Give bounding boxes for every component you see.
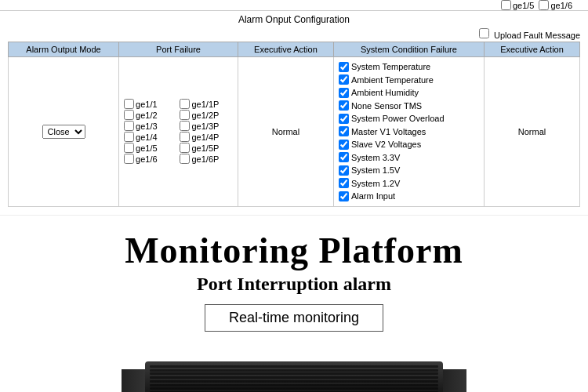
header-exec-action1: Executive Action bbox=[238, 42, 333, 57]
sys-cond-list: System Temperature Ambient Temperature A… bbox=[339, 60, 479, 203]
cond-power-overload[interactable]: System Power Overload bbox=[339, 112, 479, 125]
cond-slave-v2[interactable]: Slave V2 Voltages bbox=[339, 138, 479, 151]
ge15-top-label[interactable]: ge1/5 bbox=[501, 0, 535, 10]
cond-amb-humidity[interactable]: Ambient Humidity bbox=[339, 86, 479, 100]
cond-sys-12v[interactable]: System 1.2V bbox=[339, 177, 479, 191]
output-mode-select[interactable]: Close Open bbox=[42, 125, 85, 139]
ge16-top-label[interactable]: ge1/6 bbox=[539, 0, 572, 10]
exec-action2-cell: Normal bbox=[485, 57, 580, 207]
cond-sys-15v[interactable]: System 1.5V bbox=[339, 164, 479, 177]
ge15-top-text: ge1/5 bbox=[513, 1, 535, 10]
port-ge15p[interactable]: ge1/5P bbox=[180, 143, 232, 153]
port-ge13[interactable]: ge1/3 bbox=[124, 121, 176, 131]
monitoring-section: Monitoring Platform Port Interruption al… bbox=[0, 215, 588, 340]
device-left-side bbox=[122, 369, 145, 392]
ge16-top-checkbox[interactable] bbox=[539, 0, 549, 10]
port-ge11p[interactable]: ge1/1P bbox=[180, 99, 232, 109]
vent-3 bbox=[150, 372, 438, 375]
port-ge14[interactable]: ge1/4 bbox=[124, 132, 176, 142]
port-grid: ge1/1 ge1/1P ge1/2 ge1/2P ge1/3 ge1/3P g… bbox=[124, 99, 233, 164]
port-ge16[interactable]: ge1/6 bbox=[124, 154, 176, 164]
upload-fault-row: Upload Fault Message bbox=[8, 28, 580, 40]
system-condition-cell: System Temperature Ambient Temperature A… bbox=[333, 57, 484, 207]
port-ge13p[interactable]: ge1/3P bbox=[180, 121, 232, 131]
alarm-config-section: Alarm Onput Configuration Upload Fault M… bbox=[0, 11, 588, 212]
header-port-failure: Port Failure bbox=[119, 42, 238, 57]
port-ge15[interactable]: ge1/5 bbox=[124, 143, 176, 153]
vent-6 bbox=[150, 384, 438, 387]
cond-none-sensor[interactable]: None Sensor TMS bbox=[339, 100, 479, 113]
cond-master-v1[interactable]: Master V1 Voltages bbox=[339, 125, 479, 139]
device-vents bbox=[145, 361, 443, 392]
alarm-table: Alarm Output Mode Port Failure Executive… bbox=[8, 42, 580, 207]
header-sys-condition: System Condition Failure bbox=[333, 42, 484, 57]
port-failure-cell: ge1/1 ge1/1P ge1/2 ge1/2P ge1/3 ge1/3P g… bbox=[119, 57, 238, 207]
device-body bbox=[145, 361, 443, 392]
monitoring-title: Monitoring Platform bbox=[8, 231, 580, 271]
cond-sys-33v[interactable]: System 3.3V bbox=[339, 151, 479, 165]
device-right-side bbox=[443, 369, 466, 392]
vent-2 bbox=[150, 369, 438, 372]
top-port-checkboxes: ge1/5 ge1/6 bbox=[501, 0, 572, 10]
vent-1 bbox=[150, 365, 438, 368]
exec-action1-value: Normal bbox=[272, 127, 299, 136]
top-bar: ge1/5 ge1/6 bbox=[0, 0, 588, 11]
exec-action2-value: Normal bbox=[518, 127, 546, 136]
header-exec-action2: Executive Action bbox=[485, 42, 580, 57]
ge15-top-checkbox[interactable] bbox=[501, 0, 511, 10]
port-ge16p[interactable]: ge1/6P bbox=[180, 154, 232, 164]
device-section bbox=[0, 346, 588, 392]
upload-fault-text: Upload Fault Message bbox=[494, 31, 580, 40]
exec-action1-cell: Normal bbox=[238, 57, 333, 207]
alarm-table-row: Close Open ge1/1 ge1/1P ge1/2 ge1/2P ge1… bbox=[9, 57, 580, 207]
monitoring-subtitle: Port Interruption alarm bbox=[8, 274, 580, 295]
cond-alarm-input[interactable]: Alarm Input bbox=[339, 190, 479, 203]
port-ge12[interactable]: ge1/2 bbox=[124, 110, 176, 120]
port-ge14p[interactable]: ge1/4P bbox=[180, 132, 232, 142]
vent-7 bbox=[150, 387, 438, 390]
port-ge11[interactable]: ge1/1 bbox=[124, 99, 176, 109]
ge16-top-text: ge1/6 bbox=[550, 1, 572, 10]
port-ge12p[interactable]: ge1/2P bbox=[180, 110, 232, 120]
alarm-section-title: Alarm Onput Configuration bbox=[8, 14, 580, 25]
monitoring-btn[interactable]: Real-time monitoring bbox=[205, 304, 383, 332]
cond-sys-temp[interactable]: System Temperature bbox=[339, 60, 479, 74]
upload-fault-checkbox[interactable] bbox=[479, 28, 489, 38]
header-output-mode: Alarm Output Mode bbox=[9, 42, 119, 57]
vent-4 bbox=[150, 376, 438, 379]
cond-amb-temp[interactable]: Ambient Temperature bbox=[339, 74, 479, 87]
output-mode-cell: Close Open bbox=[9, 57, 119, 207]
vent-5 bbox=[150, 380, 438, 383]
upload-fault-label-wrapper[interactable]: Upload Fault Message bbox=[479, 28, 580, 40]
